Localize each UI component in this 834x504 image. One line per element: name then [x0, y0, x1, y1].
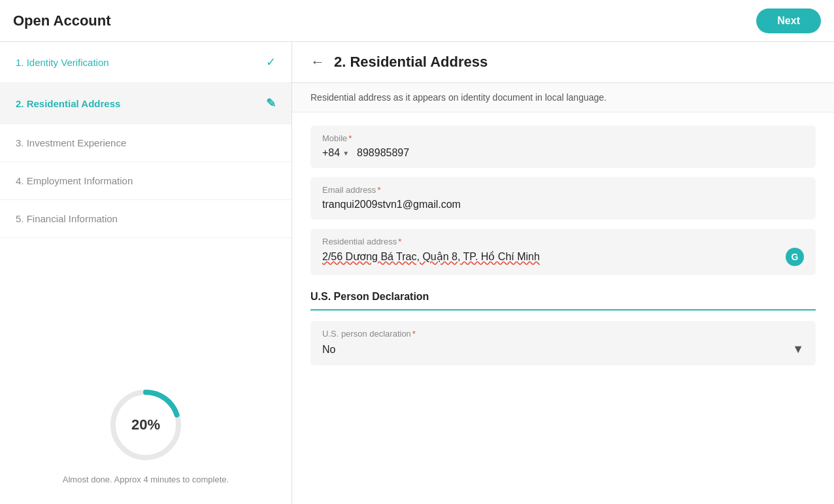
- mobile-field-group: Mobile* +84 ▼ 898985897: [310, 126, 816, 168]
- email-value: tranqui2009stvn1@gmail.com: [322, 199, 461, 210]
- content-subtitle: Residential address as it appears on ide…: [292, 83, 834, 112]
- progress-circle: 20%: [107, 386, 185, 464]
- sidebar-item-financial-label: 5. Financial Information: [16, 213, 118, 224]
- country-code-dropdown-arrow: ▼: [342, 150, 349, 157]
- content-area: ← 2. Residential Address Residential add…: [292, 42, 834, 504]
- content-body: Mobile* +84 ▼ 898985897 Email address* t…: [292, 112, 834, 388]
- email-field-group: Email address* tranqui2009stvn1@gmail.co…: [310, 177, 816, 220]
- mobile-input-row: +84 ▼ 898985897: [322, 147, 804, 159]
- email-label: Email address*: [322, 185, 804, 195]
- address-value: 2/56 Dương Bá Trac, Quận 8, TP. Hồ Chí M…: [322, 250, 540, 263]
- sidebar: 1. Identity Verification ✓ 2. Residentia…: [0, 42, 292, 504]
- sidebar-item-financial[interactable]: 5. Financial Information: [0, 200, 292, 238]
- grammarly-icon: G: [786, 248, 804, 266]
- sidebar-item-identity[interactable]: 1. Identity Verification ✓: [0, 42, 292, 83]
- address-field-group: Residential address* 2/56 Dương Bá Trac,…: [310, 229, 816, 275]
- sidebar-item-investment[interactable]: 3. Investment Experience: [0, 124, 292, 162]
- us-person-section-title: U.S. Person Declaration: [310, 291, 816, 311]
- mobile-value: 898985897: [357, 147, 409, 159]
- back-arrow-icon[interactable]: ←: [310, 54, 325, 71]
- progress-section: 20% Almost done. Approx 4 minutes to com…: [0, 366, 292, 491]
- next-button[interactable]: Next: [756, 8, 821, 33]
- us-person-value: No: [322, 344, 335, 356]
- sidebar-item-employment-label: 4. Employment Information: [16, 175, 133, 186]
- edit-icon: ✎: [266, 96, 276, 110]
- sidebar-item-identity-label: 1. Identity Verification: [16, 57, 109, 68]
- content-header: ← 2. Residential Address: [292, 42, 834, 83]
- progress-percent: 20%: [131, 416, 160, 433]
- sidebar-item-investment-label: 3. Investment Experience: [16, 137, 126, 148]
- header: Open Account Next: [0, 0, 834, 42]
- address-label: Residential address*: [322, 237, 804, 246]
- country-code-selector[interactable]: +84 ▼: [322, 147, 349, 159]
- sidebar-item-residential[interactable]: 2. Residential Address ✎: [0, 83, 292, 124]
- us-person-dropdown-arrow: ▼: [792, 343, 804, 356]
- us-person-label: U.S. person declaration*: [322, 329, 804, 339]
- checkmark-icon: ✓: [266, 55, 276, 69]
- progress-description: Almost done. Approx 4 minutes to complet…: [63, 475, 229, 484]
- us-person-select-row: No ▼: [322, 343, 804, 356]
- us-person-field-group[interactable]: U.S. person declaration* No ▼: [310, 321, 816, 365]
- main-layout: 1. Identity Verification ✓ 2. Residentia…: [0, 42, 834, 504]
- sidebar-item-residential-label: 2. Residential Address: [16, 98, 120, 109]
- us-person-section-divider: U.S. Person Declaration: [310, 291, 816, 311]
- sidebar-item-employment[interactable]: 4. Employment Information: [0, 162, 292, 200]
- mobile-label: Mobile*: [322, 133, 804, 143]
- country-code-value: +84: [322, 147, 340, 159]
- app-title: Open Account: [13, 12, 111, 29]
- section-title: 2. Residential Address: [334, 54, 488, 71]
- sidebar-nav: 1. Identity Verification ✓ 2. Residentia…: [0, 42, 292, 366]
